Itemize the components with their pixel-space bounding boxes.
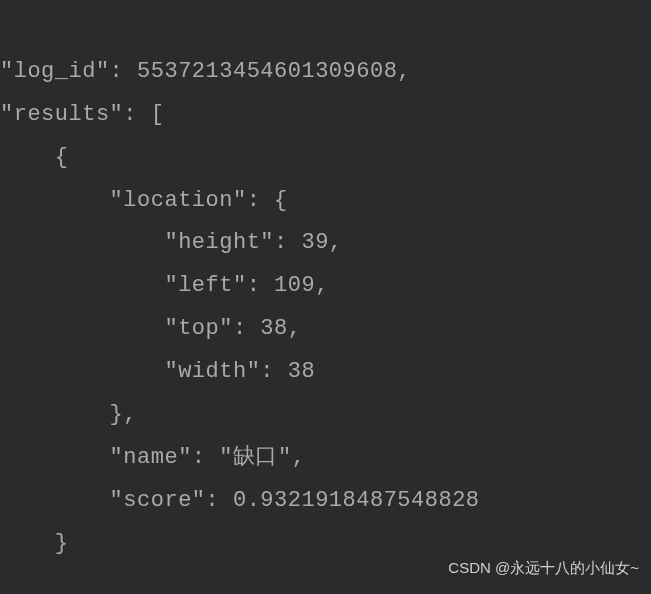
code-line: }: [0, 531, 69, 556]
code-line: "height": 39,: [0, 230, 343, 255]
code-line: "left": 109,: [0, 273, 329, 298]
code-line: "score": 0.9321918487548828: [0, 488, 480, 513]
code-line: "width": 38: [0, 359, 315, 384]
code-line: },: [0, 402, 137, 427]
code-line: "location": {: [0, 188, 288, 213]
watermark-text: CSDN @永远十八的小仙女~: [448, 553, 639, 582]
json-code-block: "log_id": 5537213454601309608, "results"…: [0, 8, 651, 566]
code-line: "top": 38,: [0, 316, 301, 341]
code-line: {: [0, 145, 69, 170]
code-line: "name": "缺口",: [0, 445, 305, 470]
code-line: "log_id": 5537213454601309608,: [0, 59, 411, 84]
code-line: "results": [: [0, 102, 164, 127]
